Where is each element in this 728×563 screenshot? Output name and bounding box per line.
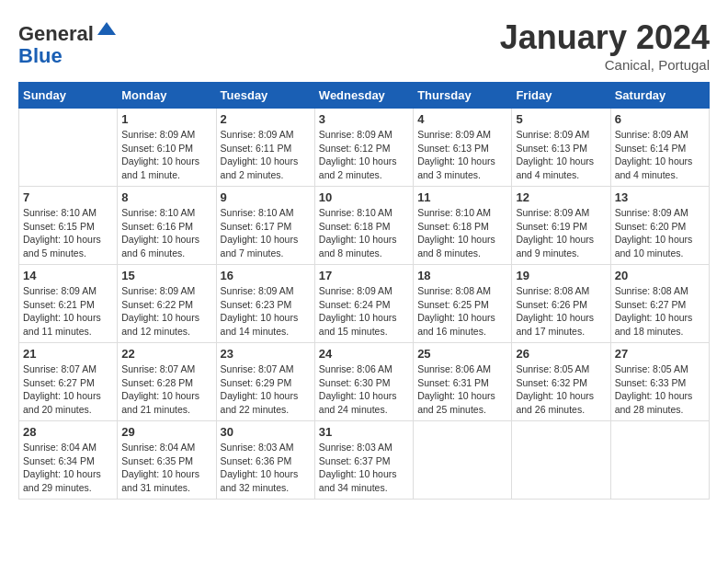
day-info: Sunrise: 8:05 AMSunset: 6:33 PMDaylight:… xyxy=(615,362,705,417)
day-number: 4 xyxy=(417,112,507,126)
day-info: Sunrise: 8:07 AMSunset: 6:27 PMDaylight:… xyxy=(23,362,113,417)
day-info: Sunrise: 8:09 AMSunset: 6:24 PMDaylight:… xyxy=(319,284,409,339)
calendar-week-4: 21Sunrise: 8:07 AMSunset: 6:27 PMDayligh… xyxy=(19,343,710,421)
calendar-cell: 8Sunrise: 8:10 AMSunset: 6:16 PMDaylight… xyxy=(118,187,216,265)
calendar-cell: 10Sunrise: 8:10 AMSunset: 6:18 PMDayligh… xyxy=(314,187,413,265)
day-number: 9 xyxy=(221,190,311,204)
calendar-cell xyxy=(19,109,118,187)
day-info: Sunrise: 8:06 AMSunset: 6:31 PMDaylight:… xyxy=(417,362,507,417)
day-number: 18 xyxy=(417,269,507,282)
day-info: Sunrise: 8:10 AMSunset: 6:15 PMDaylight:… xyxy=(23,206,113,260)
calendar-cell: 23Sunrise: 8:07 AMSunset: 6:29 PMDayligh… xyxy=(216,343,314,421)
logo: General Blue xyxy=(18,18,118,67)
calendar-cell: 24Sunrise: 8:06 AMSunset: 6:30 PMDayligh… xyxy=(314,343,413,421)
day-number: 5 xyxy=(516,112,606,126)
day-info: Sunrise: 8:03 AMSunset: 6:37 PMDaylight:… xyxy=(319,441,409,495)
day-number: 16 xyxy=(221,269,311,282)
day-number: 11 xyxy=(417,190,507,204)
day-info: Sunrise: 8:08 AMSunset: 6:25 PMDaylight:… xyxy=(417,284,507,339)
logo-text: General Blue xyxy=(18,18,118,67)
day-number: 22 xyxy=(121,347,211,361)
logo-icon xyxy=(96,18,118,40)
weekday-header-row: Sunday Monday Tuesday Wednesday Thursday… xyxy=(19,83,710,109)
calendar-cell: 25Sunrise: 8:06 AMSunset: 6:31 PMDayligh… xyxy=(414,343,512,421)
day-info: Sunrise: 8:10 AMSunset: 6:18 PMDaylight:… xyxy=(319,206,409,260)
day-number: 25 xyxy=(417,347,507,361)
day-number: 20 xyxy=(615,269,705,282)
day-number: 10 xyxy=(319,190,409,204)
day-number: 17 xyxy=(319,269,409,282)
calendar-cell: 26Sunrise: 8:05 AMSunset: 6:32 PMDayligh… xyxy=(512,343,610,421)
day-info: Sunrise: 8:09 AMSunset: 6:13 PMDaylight:… xyxy=(516,128,606,182)
calendar-cell: 18Sunrise: 8:08 AMSunset: 6:25 PMDayligh… xyxy=(414,265,512,343)
day-info: Sunrise: 8:04 AMSunset: 6:34 PMDaylight:… xyxy=(23,441,113,495)
day-info: Sunrise: 8:10 AMSunset: 6:17 PMDaylight:… xyxy=(221,206,311,260)
day-info: Sunrise: 8:10 AMSunset: 6:16 PMDaylight:… xyxy=(121,206,211,260)
day-info: Sunrise: 8:09 AMSunset: 6:13 PMDaylight:… xyxy=(417,128,507,182)
calendar-week-5: 28Sunrise: 8:04 AMSunset: 6:34 PMDayligh… xyxy=(19,421,710,500)
day-number: 27 xyxy=(615,347,705,361)
day-info: Sunrise: 8:09 AMSunset: 6:19 PMDaylight:… xyxy=(516,206,606,260)
day-info: Sunrise: 8:07 AMSunset: 6:28 PMDaylight:… xyxy=(121,362,211,417)
day-number: 19 xyxy=(516,269,606,282)
calendar-cell: 11Sunrise: 8:10 AMSunset: 6:18 PMDayligh… xyxy=(414,187,512,265)
calendar-cell: 22Sunrise: 8:07 AMSunset: 6:28 PMDayligh… xyxy=(118,343,216,421)
day-number: 31 xyxy=(319,425,409,439)
day-info: Sunrise: 8:09 AMSunset: 6:11 PMDaylight:… xyxy=(221,128,311,182)
day-info: Sunrise: 8:09 AMSunset: 6:22 PMDaylight:… xyxy=(121,284,211,339)
day-info: Sunrise: 8:10 AMSunset: 6:18 PMDaylight:… xyxy=(417,206,507,260)
calendar-week-2: 7Sunrise: 8:10 AMSunset: 6:15 PMDaylight… xyxy=(19,187,710,265)
calendar-cell: 9Sunrise: 8:10 AMSunset: 6:17 PMDaylight… xyxy=(216,187,314,265)
calendar-cell: 4Sunrise: 8:09 AMSunset: 6:13 PMDaylight… xyxy=(414,109,512,187)
calendar-cell: 5Sunrise: 8:09 AMSunset: 6:13 PMDaylight… xyxy=(512,109,610,187)
calendar-cell: 3Sunrise: 8:09 AMSunset: 6:12 PMDaylight… xyxy=(314,109,413,187)
header-monday: Monday xyxy=(118,83,216,109)
calendar-cell: 28Sunrise: 8:04 AMSunset: 6:34 PMDayligh… xyxy=(19,421,118,500)
day-number: 24 xyxy=(319,347,409,361)
calendar-cell xyxy=(610,421,709,500)
calendar-cell xyxy=(414,421,512,500)
calendar-cell: 30Sunrise: 8:03 AMSunset: 6:36 PMDayligh… xyxy=(216,421,314,500)
day-info: Sunrise: 8:09 AMSunset: 6:23 PMDaylight:… xyxy=(221,284,311,339)
calendar-cell: 1Sunrise: 8:09 AMSunset: 6:10 PMDaylight… xyxy=(118,109,216,187)
calendar-cell: 20Sunrise: 8:08 AMSunset: 6:27 PMDayligh… xyxy=(610,265,709,343)
calendar-table: Sunday Monday Tuesday Wednesday Thursday… xyxy=(18,82,710,500)
svg-marker-0 xyxy=(97,22,116,35)
calendar-cell: 31Sunrise: 8:03 AMSunset: 6:37 PMDayligh… xyxy=(314,421,413,500)
day-info: Sunrise: 8:07 AMSunset: 6:29 PMDaylight:… xyxy=(221,362,311,417)
title-section: January 2024 Canical, Portugal xyxy=(500,18,710,73)
day-info: Sunrise: 8:09 AMSunset: 6:10 PMDaylight:… xyxy=(121,128,211,182)
calendar-cell: 14Sunrise: 8:09 AMSunset: 6:21 PMDayligh… xyxy=(19,265,118,343)
page-container: General Blue January 2024 Canical, Portu… xyxy=(18,18,710,500)
header-wednesday: Wednesday xyxy=(314,83,413,109)
header-saturday: Saturday xyxy=(610,83,709,109)
location-subtitle: Canical, Portugal xyxy=(500,57,710,73)
day-number: 15 xyxy=(121,269,211,282)
calendar-week-1: 1Sunrise: 8:09 AMSunset: 6:10 PMDaylight… xyxy=(19,109,710,187)
calendar-cell: 12Sunrise: 8:09 AMSunset: 6:19 PMDayligh… xyxy=(512,187,610,265)
day-number: 6 xyxy=(615,112,705,126)
day-number: 3 xyxy=(319,112,409,126)
day-info: Sunrise: 8:08 AMSunset: 6:26 PMDaylight:… xyxy=(516,284,606,339)
calendar-cell: 16Sunrise: 8:09 AMSunset: 6:23 PMDayligh… xyxy=(216,265,314,343)
day-number: 23 xyxy=(221,347,311,361)
day-info: Sunrise: 8:06 AMSunset: 6:30 PMDaylight:… xyxy=(319,362,409,417)
day-number: 14 xyxy=(23,269,113,282)
header-tuesday: Tuesday xyxy=(216,83,314,109)
day-info: Sunrise: 8:09 AMSunset: 6:12 PMDaylight:… xyxy=(319,128,409,182)
logo-blue: Blue xyxy=(18,44,63,67)
day-number: 28 xyxy=(23,425,113,439)
day-number: 21 xyxy=(23,347,113,361)
day-number: 29 xyxy=(121,425,211,439)
calendar-cell: 6Sunrise: 8:09 AMSunset: 6:14 PMDaylight… xyxy=(610,109,709,187)
day-number: 7 xyxy=(23,190,113,204)
header-thursday: Thursday xyxy=(414,83,512,109)
calendar-cell: 21Sunrise: 8:07 AMSunset: 6:27 PMDayligh… xyxy=(19,343,118,421)
logo-general: General xyxy=(18,22,94,45)
header: General Blue January 2024 Canical, Portu… xyxy=(18,18,710,73)
day-info: Sunrise: 8:05 AMSunset: 6:32 PMDaylight:… xyxy=(516,362,606,417)
day-number: 8 xyxy=(121,190,211,204)
calendar-cell xyxy=(512,421,610,500)
day-number: 26 xyxy=(516,347,606,361)
day-info: Sunrise: 8:04 AMSunset: 6:35 PMDaylight:… xyxy=(121,441,211,495)
